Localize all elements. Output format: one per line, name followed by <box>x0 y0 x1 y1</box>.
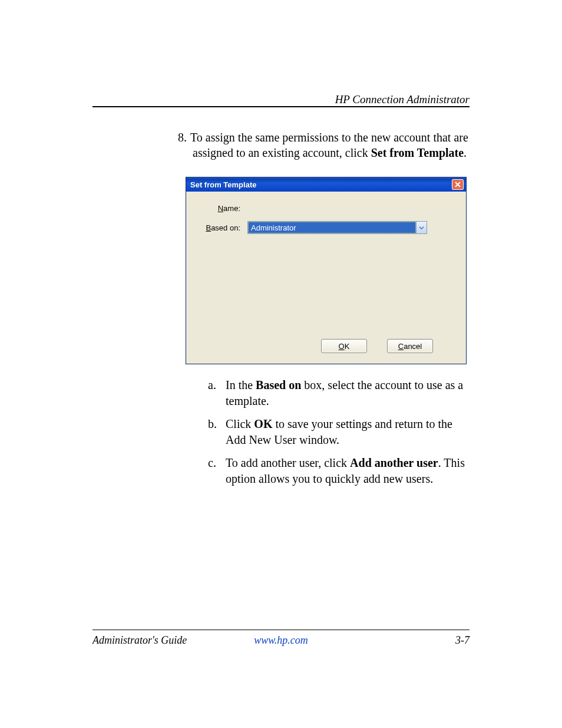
header-title: HP Connection Administrator <box>335 93 470 106</box>
based-on-combobox[interactable]: Administrator <box>247 221 427 234</box>
header-rule <box>92 106 470 107</box>
name-input[interactable] <box>247 202 427 214</box>
sub-step-b: b. Click OK to save your settings and re… <box>208 416 470 448</box>
ok-button[interactable]: OK <box>321 339 367 353</box>
step-text-post: . <box>464 146 467 159</box>
footer-rule <box>92 630 470 630</box>
based-on-value: Administrator <box>248 222 416 233</box>
close-button[interactable] <box>452 179 464 190</box>
name-label: Name: <box>198 204 240 213</box>
sub-letter: c. <box>208 455 226 487</box>
chevron-down-icon <box>419 225 424 230</box>
sub-letter: a. <box>208 377 226 409</box>
combobox-dropdown-button[interactable] <box>416 222 427 233</box>
step-8: 8.To assign the same permissions to the … <box>193 130 470 160</box>
step-bold: Set from Template <box>371 146 464 159</box>
sub-steps: a. In the Based on box, select the accou… <box>208 377 470 487</box>
dialog-title: Set from Template <box>189 180 256 189</box>
based-on-label: Based on: <box>198 223 240 232</box>
dialog-titlebar[interactable]: Set from Template <box>186 177 466 192</box>
footer-center-link[interactable]: www.hp.com <box>92 634 470 647</box>
sub-step-c: c. To add another user, click Add anothe… <box>208 455 470 487</box>
sub-letter: b. <box>208 416 226 448</box>
sub-step-a: a. In the Based on box, select the accou… <box>208 377 470 409</box>
close-icon <box>455 182 461 187</box>
set-from-template-dialog: Set from Template Name: Based on: Admini… <box>186 177 467 364</box>
step-number: 8. <box>177 130 190 145</box>
cancel-button[interactable]: Cancel <box>387 339 433 353</box>
